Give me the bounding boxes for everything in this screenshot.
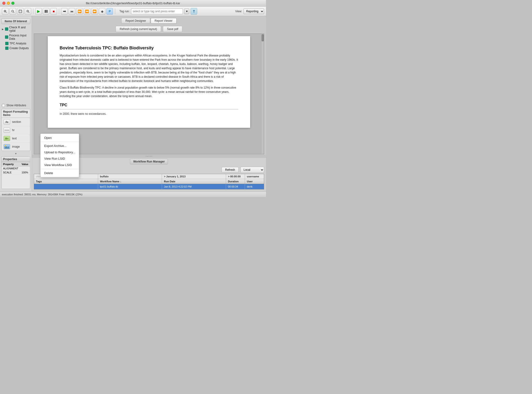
formatting-item-text[interactable]: A+ text <box>2 135 30 143</box>
hr-icon <box>4 128 10 133</box>
show-attributes-checkbox[interactable] <box>2 104 5 107</box>
tree-item-process-input[interactable]: ▶ Process Input Data <box>0 33 32 41</box>
forward-button[interactable]: ⏩ <box>84 8 90 15</box>
ctx-export-archive[interactable]: Export Archive... <box>40 143 79 149</box>
report-paragraph2: Class B Buffalo Biodiversity TPC: A decl… <box>60 86 238 98</box>
view-select[interactable]: Reporting Workflow Data <box>243 9 264 14</box>
diamond-button[interactable]: ◆ <box>99 8 105 15</box>
tree-icon-process-input <box>5 36 8 39</box>
view-label: View: <box>235 10 242 13</box>
svg-point-19 <box>149 156 149 157</box>
cell-workflow-name: tpc01-buffalo-tb <box>98 184 162 189</box>
header-row: Tags Workflow Name ↓ Run Date Duration U… <box>34 179 264 184</box>
properties-row-alignment: ALIGNMENT <box>2 166 30 171</box>
tree-arrow-check-r: ▶ <box>2 28 4 31</box>
cell-tags <box>34 184 98 189</box>
properties-row-scale: SCALE 100% <box>2 171 30 175</box>
tree-item-tpc-analysis[interactable]: ▶ TPC Analysis <box>0 41 32 46</box>
close-button[interactable] <box>2 2 5 5</box>
zoom-out-button[interactable] <box>25 8 31 15</box>
ctx-view-workflow-lsid[interactable]: View Workflow LSID <box>40 162 79 168</box>
properties-title: Properties <box>2 157 30 162</box>
col-run-date[interactable]: Run Date <box>162 179 226 184</box>
show-attributes-label: Show Attributes <box>6 104 26 107</box>
search-run-date[interactable]: > January 1, 2013 <box>162 174 226 179</box>
search-user[interactable]: username <box>245 174 264 179</box>
formatting-item-hr[interactable]: hr <box>2 126 30 135</box>
col-duration[interactable]: Duration <box>226 179 245 184</box>
search-workflow-name[interactable]: buffalo <box>98 174 162 179</box>
cell-duration: 00:00:34 <box>226 184 245 189</box>
tab-report-viewer[interactable]: Report Viewer <box>151 18 177 24</box>
cell-run-date: Jan 8, 2013 4:22:02 PM <box>162 184 226 189</box>
svg-point-16 <box>5 145 6 146</box>
col-tags[interactable]: Tags <box>34 179 98 184</box>
svg-point-17 <box>146 156 147 157</box>
report-tpc-divider <box>60 109 238 109</box>
formatting-item-image[interactable]: image <box>2 143 30 151</box>
refresh-layout-button[interactable]: Refresh (using current layout) <box>116 26 161 32</box>
right-arrow-button[interactable]: ➡ <box>61 8 68 15</box>
report-paragraph1: Mycobacterium bovis is considered to be … <box>60 53 238 83</box>
ctx-upload-repository[interactable]: Upload to Repository... <box>40 149 79 156</box>
main-area: Items Of Interest ▶ Check R and rgdal ▶ … <box>0 16 266 191</box>
zoom-fit-button[interactable] <box>10 8 16 15</box>
svg-point-4 <box>12 10 13 12</box>
tree-label-check-r: Check R and rgdal <box>9 26 30 32</box>
report-tpc-content: In 2000, there were no exceedances. <box>60 112 238 116</box>
minimize-button[interactable] <box>7 2 10 5</box>
tree-icon-check-r <box>5 27 8 31</box>
back-button[interactable]: ⏪ <box>91 8 98 15</box>
panel-scroll-down-arrow[interactable]: ▼ <box>0 152 32 156</box>
text-label: text <box>12 137 16 140</box>
col-workflow-name[interactable]: Workflow Name ↓ <box>98 179 162 184</box>
cell-user: derik <box>245 184 264 189</box>
play-button[interactable]: ▶ <box>35 8 42 15</box>
workflow-local-select[interactable]: Local <box>241 167 264 173</box>
tree-icon-create-outputs <box>5 47 9 50</box>
tree-item-create-outputs[interactable]: ▶ Create Outputs <box>0 46 32 51</box>
toolbar-separator-3 <box>115 9 115 14</box>
report-scrollbar-thumb[interactable] <box>262 34 264 41</box>
tag-run-dropdown[interactable]: ▾ <box>184 9 189 14</box>
items-of-interest-label: Items Of Interest <box>1 18 30 24</box>
ctx-delete[interactable]: Delete <box>40 170 79 176</box>
ctx-open[interactable]: Open <box>40 135 79 141</box>
search-duration[interactable]: > 00:00:00 <box>226 174 245 179</box>
workflow-manager-title: Workflow Run Manager <box>130 159 168 164</box>
svg-point-18 <box>147 156 148 157</box>
maximize-button[interactable] <box>11 2 14 5</box>
report-scrollbar[interactable] <box>261 34 264 154</box>
svg-point-20 <box>150 156 151 157</box>
title-bar: file:/Users/derik/dev2/kruger/workflows/… <box>0 0 266 7</box>
tree-label-process-input: Process Input Data <box>9 34 30 40</box>
prop-alignment-value <box>20 166 30 171</box>
layout-button[interactable] <box>43 8 49 15</box>
zoom-view-button[interactable] <box>17 8 24 15</box>
tab-report-designer[interactable]: Report Designer <box>121 18 150 24</box>
ctx-separator-1 <box>40 142 79 142</box>
table-row[interactable]: tpc01-buffalo-tb Jan 8, 2013 4:22:02 PM … <box>34 184 264 189</box>
tag-run-label: Tag run: <box>119 10 130 13</box>
report-tpc-section: TPC In 2000, there were no exceedances. <box>60 103 238 116</box>
fast-forward-button[interactable]: ⏩ <box>76 8 83 15</box>
tag-run-t-button[interactable]: T <box>190 8 197 15</box>
tag-run-input[interactable] <box>131 9 183 14</box>
save-pdf-button[interactable]: Save pdf <box>163 26 182 32</box>
col-user[interactable]: User <box>245 179 264 184</box>
zoom-in-button[interactable] <box>2 8 9 15</box>
report-page: Bovine Tuberculosis TPC: Buffalo Biodive… <box>48 36 250 128</box>
properties-col-property: Property <box>2 162 20 166</box>
skip-to-start-button[interactable]: ⏮ <box>68 8 75 15</box>
left-panel: Items Of Interest ▶ Check R and rgdal ▶ … <box>0 16 32 191</box>
workflow-refresh-button[interactable]: Refresh <box>221 167 239 173</box>
p-button[interactable]: P <box>106 8 113 15</box>
show-attributes-row: Show Attributes <box>0 103 32 108</box>
svg-point-21 <box>152 156 152 157</box>
window-controls <box>2 2 14 5</box>
tree-item-check-r[interactable]: ▶ Check R and rgdal <box>0 25 32 33</box>
stop-button[interactable]: ■ <box>50 8 57 15</box>
properties-content-area <box>2 175 30 189</box>
ctx-view-run-lsid[interactable]: View Run LSID <box>40 156 79 162</box>
formatting-item-section[interactable]: Aa section <box>2 118 30 126</box>
